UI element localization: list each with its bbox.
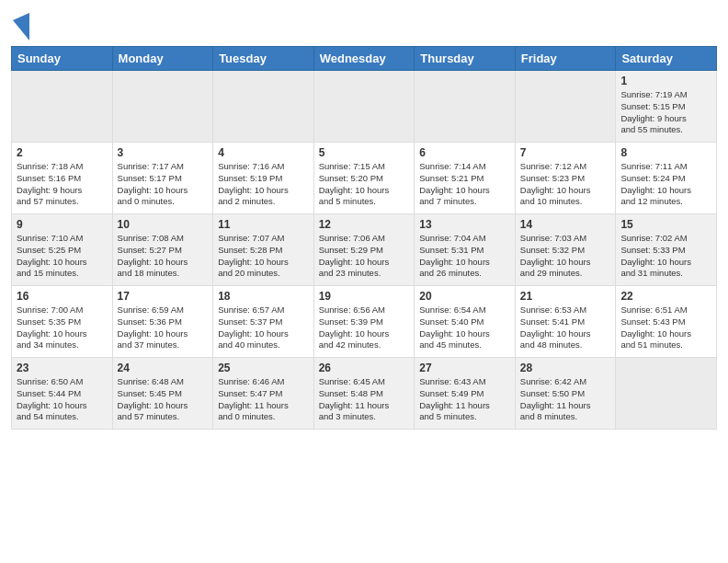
day-info: Sunrise: 7:06 AM Sunset: 5:29 PM Dayligh…	[319, 233, 410, 280]
calendar-cell	[616, 358, 717, 430]
day-info: Sunrise: 7:10 AM Sunset: 5:25 PM Dayligh…	[17, 233, 108, 280]
calendar-week-row: 2Sunrise: 7:18 AM Sunset: 5:16 PM Daylig…	[12, 143, 717, 214]
weekday-header-saturday: Saturday	[616, 47, 717, 71]
day-number: 8	[620, 146, 711, 159]
calendar-cell: 22Sunrise: 6:51 AM Sunset: 5:43 PM Dayli…	[616, 286, 717, 358]
day-number: 3	[118, 146, 209, 159]
day-number: 15	[620, 218, 711, 231]
logo	[11, 13, 29, 40]
day-number: 12	[319, 218, 410, 231]
calendar-cell: 19Sunrise: 6:56 AM Sunset: 5:39 PM Dayli…	[313, 286, 415, 358]
day-number: 22	[620, 290, 711, 303]
day-number: 1	[620, 75, 711, 87]
calendar-cell: 28Sunrise: 6:42 AM Sunset: 5:50 PM Dayli…	[515, 358, 616, 430]
day-info: Sunrise: 7:15 AM Sunset: 5:20 PM Dayligh…	[319, 161, 410, 208]
day-info: Sunrise: 7:14 AM Sunset: 5:21 PM Dayligh…	[419, 161, 510, 208]
calendar-table: SundayMondayTuesdayWednesdayThursdayFrid…	[11, 46, 717, 430]
day-info: Sunrise: 6:59 AM Sunset: 5:36 PM Dayligh…	[118, 304, 209, 351]
calendar-cell: 27Sunrise: 6:43 AM Sunset: 5:49 PM Dayli…	[415, 358, 516, 430]
day-info: Sunrise: 7:08 AM Sunset: 5:27 PM Dayligh…	[118, 233, 209, 280]
calendar-cell	[112, 71, 213, 143]
calendar-week-row: 16Sunrise: 7:00 AM Sunset: 5:35 PM Dayli…	[12, 286, 717, 358]
day-number: 5	[319, 146, 410, 159]
calendar-cell: 17Sunrise: 6:59 AM Sunset: 5:36 PM Dayli…	[112, 286, 213, 358]
day-info: Sunrise: 6:45 AM Sunset: 5:48 PM Dayligh…	[319, 376, 410, 423]
svg-marker-0	[13, 13, 29, 40]
day-number: 20	[419, 290, 510, 303]
calendar-cell: 8Sunrise: 7:11 AM Sunset: 5:24 PM Daylig…	[616, 143, 717, 214]
weekday-header-row: SundayMondayTuesdayWednesdayThursdayFrid…	[12, 47, 717, 71]
calendar-cell	[213, 71, 314, 143]
day-number: 26	[319, 362, 410, 374]
calendar-cell: 15Sunrise: 7:02 AM Sunset: 5:33 PM Dayli…	[616, 214, 717, 286]
page-header	[11, 9, 717, 40]
day-info: Sunrise: 7:07 AM Sunset: 5:28 PM Dayligh…	[218, 233, 309, 280]
day-info: Sunrise: 6:53 AM Sunset: 5:41 PM Dayligh…	[520, 304, 611, 351]
calendar-week-row: 9Sunrise: 7:10 AM Sunset: 5:25 PM Daylig…	[12, 214, 717, 286]
day-number: 18	[218, 290, 309, 303]
day-info: Sunrise: 6:50 AM Sunset: 5:44 PM Dayligh…	[17, 376, 108, 423]
day-info: Sunrise: 6:48 AM Sunset: 5:45 PM Dayligh…	[118, 376, 209, 423]
day-number: 25	[218, 362, 309, 374]
day-info: Sunrise: 7:12 AM Sunset: 5:23 PM Dayligh…	[520, 161, 611, 208]
day-number: 27	[419, 362, 510, 374]
day-info: Sunrise: 6:57 AM Sunset: 5:37 PM Dayligh…	[218, 304, 309, 351]
calendar-cell: 24Sunrise: 6:48 AM Sunset: 5:45 PM Dayli…	[112, 358, 213, 430]
calendar-cell: 21Sunrise: 6:53 AM Sunset: 5:41 PM Dayli…	[515, 286, 616, 358]
calendar-cell: 16Sunrise: 7:00 AM Sunset: 5:35 PM Dayli…	[12, 286, 113, 358]
calendar-cell: 13Sunrise: 7:04 AM Sunset: 5:31 PM Dayli…	[415, 214, 516, 286]
day-info: Sunrise: 7:03 AM Sunset: 5:32 PM Dayligh…	[520, 233, 611, 280]
day-number: 6	[419, 146, 510, 159]
day-info: Sunrise: 7:16 AM Sunset: 5:19 PM Dayligh…	[218, 161, 309, 208]
day-number: 24	[118, 362, 209, 374]
calendar-cell	[313, 71, 415, 143]
calendar-cell: 20Sunrise: 6:54 AM Sunset: 5:40 PM Dayli…	[415, 286, 516, 358]
calendar-cell: 14Sunrise: 7:03 AM Sunset: 5:32 PM Dayli…	[515, 214, 616, 286]
day-number: 23	[17, 362, 108, 374]
day-number: 21	[520, 290, 611, 303]
calendar-cell: 7Sunrise: 7:12 AM Sunset: 5:23 PM Daylig…	[515, 143, 616, 214]
weekday-header-wednesday: Wednesday	[313, 47, 415, 71]
day-number: 10	[118, 218, 209, 231]
day-info: Sunrise: 7:19 AM Sunset: 5:15 PM Dayligh…	[620, 89, 711, 136]
day-number: 28	[520, 362, 611, 374]
day-info: Sunrise: 7:04 AM Sunset: 5:31 PM Dayligh…	[419, 233, 510, 280]
weekday-header-thursday: Thursday	[415, 47, 516, 71]
calendar-cell: 11Sunrise: 7:07 AM Sunset: 5:28 PM Dayli…	[213, 214, 314, 286]
day-info: Sunrise: 6:56 AM Sunset: 5:39 PM Dayligh…	[319, 304, 410, 351]
calendar-cell: 5Sunrise: 7:15 AM Sunset: 5:20 PM Daylig…	[313, 143, 415, 214]
day-number: 9	[17, 218, 108, 231]
calendar-cell: 10Sunrise: 7:08 AM Sunset: 5:27 PM Dayli…	[112, 214, 213, 286]
day-number: 19	[319, 290, 410, 303]
calendar-cell	[415, 71, 516, 143]
day-info: Sunrise: 7:02 AM Sunset: 5:33 PM Dayligh…	[620, 233, 711, 280]
day-info: Sunrise: 6:46 AM Sunset: 5:47 PM Dayligh…	[218, 376, 309, 423]
weekday-header-monday: Monday	[112, 47, 213, 71]
calendar-cell: 3Sunrise: 7:17 AM Sunset: 5:17 PM Daylig…	[112, 143, 213, 214]
day-number: 2	[17, 146, 108, 159]
calendar-cell: 6Sunrise: 7:14 AM Sunset: 5:21 PM Daylig…	[415, 143, 516, 214]
day-number: 17	[118, 290, 209, 303]
calendar-week-row: 23Sunrise: 6:50 AM Sunset: 5:44 PM Dayli…	[12, 358, 717, 430]
logo-icon	[13, 13, 29, 40]
calendar-cell: 2Sunrise: 7:18 AM Sunset: 5:16 PM Daylig…	[12, 143, 113, 214]
calendar-cell: 25Sunrise: 6:46 AM Sunset: 5:47 PM Dayli…	[213, 358, 314, 430]
calendar-cell: 1Sunrise: 7:19 AM Sunset: 5:15 PM Daylig…	[616, 71, 717, 143]
day-number: 14	[520, 218, 611, 231]
calendar-week-row: 1Sunrise: 7:19 AM Sunset: 5:15 PM Daylig…	[12, 71, 717, 143]
weekday-header-friday: Friday	[515, 47, 616, 71]
calendar-cell: 26Sunrise: 6:45 AM Sunset: 5:48 PM Dayli…	[313, 358, 415, 430]
day-info: Sunrise: 6:42 AM Sunset: 5:50 PM Dayligh…	[520, 376, 611, 423]
day-number: 13	[419, 218, 510, 231]
day-number: 4	[218, 146, 309, 159]
day-info: Sunrise: 6:43 AM Sunset: 5:49 PM Dayligh…	[419, 376, 510, 423]
page-container: SundayMondayTuesdayWednesdayThursdayFrid…	[0, 0, 728, 437]
day-info: Sunrise: 6:51 AM Sunset: 5:43 PM Dayligh…	[620, 304, 711, 351]
calendar-cell: 12Sunrise: 7:06 AM Sunset: 5:29 PM Dayli…	[313, 214, 415, 286]
calendar-cell: 23Sunrise: 6:50 AM Sunset: 5:44 PM Dayli…	[12, 358, 113, 430]
day-info: Sunrise: 7:18 AM Sunset: 5:16 PM Dayligh…	[17, 161, 108, 208]
calendar-cell	[515, 71, 616, 143]
day-number: 11	[218, 218, 309, 231]
day-number: 7	[520, 146, 611, 159]
day-info: Sunrise: 7:11 AM Sunset: 5:24 PM Dayligh…	[620, 161, 711, 208]
